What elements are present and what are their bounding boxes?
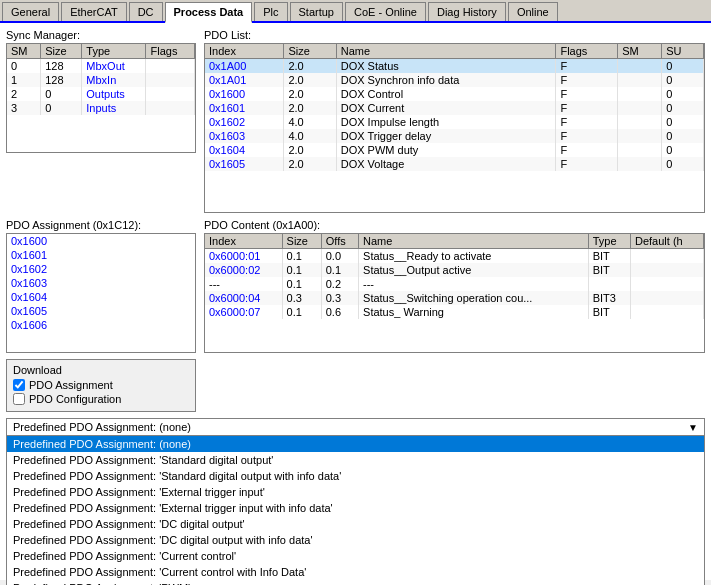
predefined-item-7[interactable]: Predefined PDO Assignment: 'Current cont… [7,548,704,564]
predefined-item-8[interactable]: Predefined PDO Assignment: 'Current cont… [7,564,704,580]
pdo-row0-su: 0 [662,59,704,74]
top-section: Sync Manager: SM Size Type Flags 0 [6,29,705,213]
pdo-col-su: SU [662,44,704,59]
pdo-row7-index: 0x1605 [205,157,284,171]
pdo-content-table-container[interactable]: Index Size Offs Name Type Default (h 0x6… [204,233,705,353]
pdo-row5-su: 0 [662,129,704,143]
predefined-item-4[interactable]: Predefined PDO Assignment: 'External tri… [7,500,704,516]
tab-online[interactable]: Online [508,2,558,21]
sm-row0-sm: 0 [7,59,41,74]
predefined-pdo-area: Predefined PDO Assignment: (none) ▼ Pred… [6,418,705,585]
content-row4-size: 0.1 [282,305,321,319]
table-row[interactable]: 0x6000:01 0.1 0.0 Status__Ready to activ… [205,249,704,264]
pdo-row6-size: 2.0 [284,143,336,157]
content-row3-offs: 0.3 [321,291,358,305]
predefined-pdo-header-text: Predefined PDO Assignment: (none) [13,421,191,433]
pdo-row1-index: 0x1A01 [205,73,284,87]
pdo-row4-name: DOX Impulse length [336,115,556,129]
predefined-item-9[interactable]: Predefined PDO Assignment: 'PWM' [7,580,704,585]
table-row[interactable]: 0x1603 4.0 DOX Trigger delay F 0 [205,129,704,143]
tab-plc[interactable]: Plc [254,2,287,21]
sm-row2-type: Outputs [82,87,146,101]
table-row[interactable]: 1 128 MbxIn [7,73,195,87]
list-item[interactable]: 0x1606 [7,318,195,332]
content-row2-name: --- [359,277,589,291]
table-row[interactable]: 3 0 Inputs [7,101,195,115]
pdo-row0-flags: F [556,59,618,74]
predefined-item-2[interactable]: Predefined PDO Assignment: 'Standard dig… [7,468,704,484]
pdo-assignment-list[interactable]: 0x1600 0x1601 0x1602 0x1603 0x1604 0x160… [6,233,196,353]
predefined-pdo-dropdown[interactable]: Predefined PDO Assignment: (none) ▼ Pred… [6,418,705,585]
tab-process-data[interactable]: Process Data [165,2,253,23]
content-col-index: Index [205,234,282,249]
list-item[interactable]: 0x1602 [7,262,195,276]
pdo-row2-size: 2.0 [284,87,336,101]
list-item[interactable]: 0x1603 [7,276,195,290]
predefined-item-3[interactable]: Predefined PDO Assignment: 'External tri… [7,484,704,500]
pdo-content-panel: PDO Content (0x1A00): Index Size Offs Na… [204,219,705,412]
predefined-pdo-header[interactable]: Predefined PDO Assignment: (none) ▼ [6,418,705,436]
table-row[interactable]: 0 128 MbxOut [7,59,195,74]
content-row1-name: Status__Output active [359,263,589,277]
table-row[interactable]: 0x6000:02 0.1 0.1 Status__Output active … [205,263,704,277]
pdo-row7-name: DOX Voltage [336,157,556,171]
sm-row2-size: 0 [41,87,82,101]
pdo-row4-su: 0 [662,115,704,129]
predefined-item-1[interactable]: Predefined PDO Assignment: 'Standard dig… [7,452,704,468]
predefined-item-6[interactable]: Predefined PDO Assignment: 'DC digital o… [7,532,704,548]
pdo-row6-su: 0 [662,143,704,157]
pdo-row1-flags: F [556,73,618,87]
checkbox-row-pdo-assignment: PDO Assignment [13,379,189,391]
list-item[interactable]: 0x1604 [7,290,195,304]
sync-manager-table-container[interactable]: SM Size Type Flags 0 128 MbxOut [6,43,196,153]
pdo-row1-sm [618,73,662,87]
pdo-col-sm: SM [618,44,662,59]
tab-coe-online[interactable]: CoE - Online [345,2,426,21]
content-col-name: Name [359,234,589,249]
predefined-pdo-list[interactable]: Predefined PDO Assignment: (none) Predef… [6,436,705,585]
table-row[interactable]: 0x1601 2.0 DOX Current F 0 [205,101,704,115]
pdo-row6-flags: F [556,143,618,157]
content-row2-type [588,277,630,291]
pdo-col-name: Name [336,44,556,59]
table-row[interactable]: 2 0 Outputs [7,87,195,101]
pdo-assignment-label: PDO Assignment (0x1C12): [6,219,196,231]
sm-col-sm: SM [7,44,41,59]
sm-row0-type: MbxOut [82,59,146,74]
pdo-row5-size: 4.0 [284,129,336,143]
tab-bar: General EtherCAT DC Process Data Plc Sta… [0,0,711,23]
content-row3-name: Status__Switching operation cou... [359,291,589,305]
pdo-list-table-container[interactable]: Index Size Name Flags SM SU 0x1A00 2.0 D [204,43,705,213]
tab-diag-history[interactable]: Diag History [428,2,506,21]
table-row[interactable]: 0x1A00 2.0 DOX Status F 0 [205,59,704,74]
tab-startup[interactable]: Startup [290,2,343,21]
predefined-item-5[interactable]: Predefined PDO Assignment: 'DC digital o… [7,516,704,532]
pdo-row5-sm [618,129,662,143]
table-row[interactable]: 0x1604 2.0 DOX PWM duty F 0 [205,143,704,157]
tab-general[interactable]: General [2,2,59,21]
checkbox-row-pdo-config: PDO Configuration [13,393,189,405]
tab-dc[interactable]: DC [129,2,163,21]
list-item[interactable]: 0x1601 [7,248,195,262]
table-row[interactable]: 0x1605 2.0 DOX Voltage F 0 [205,157,704,171]
sm-row3-type: Inputs [82,101,146,115]
sync-manager-label: Sync Manager: [6,29,196,41]
pdo-row2-su: 0 [662,87,704,101]
sm-row3-flags [146,101,195,115]
predefined-item-0[interactable]: Predefined PDO Assignment: (none) [7,436,704,452]
tab-ethercat[interactable]: EtherCAT [61,2,126,21]
table-row[interactable]: --- 0.1 0.2 --- [205,277,704,291]
pdo-row5-flags: F [556,129,618,143]
table-row[interactable]: 0x1602 4.0 DOX Impulse length F 0 [205,115,704,129]
pdo-col-flags: Flags [556,44,618,59]
content-row0-type: BIT [588,249,630,264]
checkbox-pdo-assignment[interactable] [13,379,25,391]
table-row[interactable]: 0x1600 2.0 DOX Control F 0 [205,87,704,101]
pdo-row2-sm [618,87,662,101]
table-row[interactable]: 0x1A01 2.0 DOX Synchron info data F 0 [205,73,704,87]
checkbox-pdo-config[interactable] [13,393,25,405]
list-item[interactable]: 0x1600 [7,234,195,248]
list-item[interactable]: 0x1605 [7,304,195,318]
table-row[interactable]: 0x6000:07 0.1 0.6 Status_ Warning BIT [205,305,704,319]
table-row[interactable]: 0x6000:04 0.3 0.3 Status__Switching oper… [205,291,704,305]
